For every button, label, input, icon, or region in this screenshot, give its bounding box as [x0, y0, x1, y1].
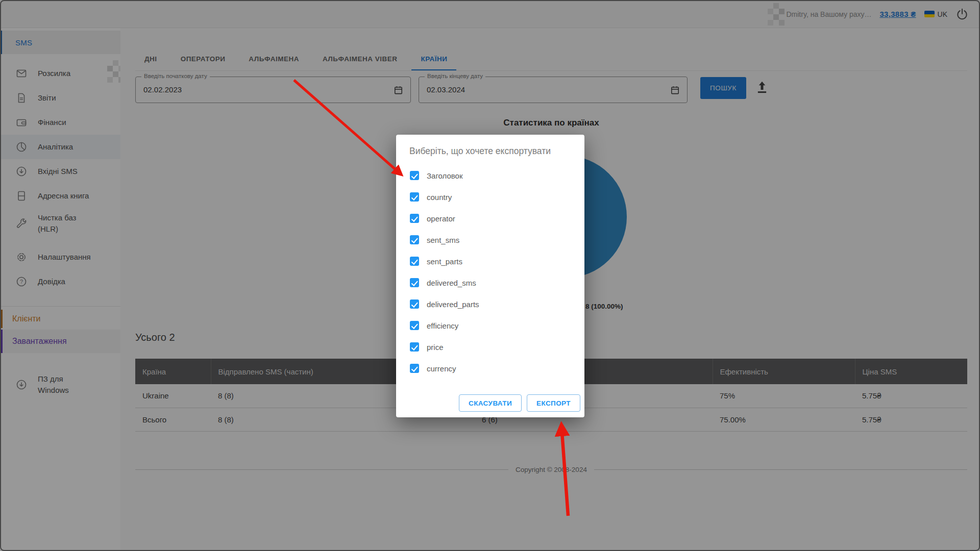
- export-option-label: operator: [427, 214, 455, 223]
- checkbox-checked-icon[interactable]: [410, 235, 419, 244]
- export-option-label: sent_parts: [427, 257, 462, 266]
- export-option-price[interactable]: price: [396, 336, 584, 358]
- checkbox-checked-icon[interactable]: [410, 192, 419, 202]
- export-option-efficiency[interactable]: efficiency: [396, 315, 584, 336]
- export-options-list: Заголовок country operator sent_sms sent…: [396, 165, 584, 379]
- export-option-label: price: [427, 343, 444, 352]
- export-option-currency[interactable]: currency: [396, 358, 584, 379]
- checkbox-checked-icon[interactable]: [410, 257, 419, 266]
- checkbox-checked-icon[interactable]: [410, 214, 419, 223]
- dialog-actions: СКАСУВАТИ ЕКСПОРТ: [459, 394, 580, 412]
- export-option-operator[interactable]: operator: [396, 208, 584, 229]
- checkbox-checked-icon[interactable]: [410, 364, 419, 373]
- checkbox-checked-icon[interactable]: [410, 342, 419, 352]
- export-option-country[interactable]: country: [396, 186, 584, 208]
- export-button[interactable]: ЕКСПОРТ: [527, 394, 580, 412]
- export-option-label: delivered_parts: [427, 300, 479, 309]
- export-dialog: Виберіть, що хочете експортувати Заголов…: [396, 135, 584, 417]
- checkbox-checked-icon[interactable]: [410, 278, 419, 287]
- export-option-delivered-parts[interactable]: delivered_parts: [396, 293, 584, 315]
- export-option-sent-parts[interactable]: sent_parts: [396, 251, 584, 272]
- export-option-label: currency: [427, 364, 456, 373]
- export-option-label: sent_sms: [427, 236, 459, 244]
- export-option-label: Заголовок: [427, 171, 463, 180]
- export-option-заголовок[interactable]: Заголовок: [396, 165, 584, 186]
- checkbox-checked-icon[interactable]: [410, 321, 419, 330]
- export-option-label: delivered_sms: [427, 279, 476, 287]
- export-option-label: efficiency: [427, 321, 458, 330]
- dialog-title: Виберіть, що хочете експортувати: [396, 135, 584, 160]
- cancel-button[interactable]: СКАСУВАТИ: [459, 394, 522, 412]
- checkbox-checked-icon[interactable]: [410, 171, 419, 180]
- export-option-sent-sms[interactable]: sent_sms: [396, 229, 584, 251]
- checkbox-checked-icon[interactable]: [410, 299, 419, 309]
- export-option-label: country: [427, 193, 452, 202]
- export-option-delivered-sms[interactable]: delivered_sms: [396, 272, 584, 293]
